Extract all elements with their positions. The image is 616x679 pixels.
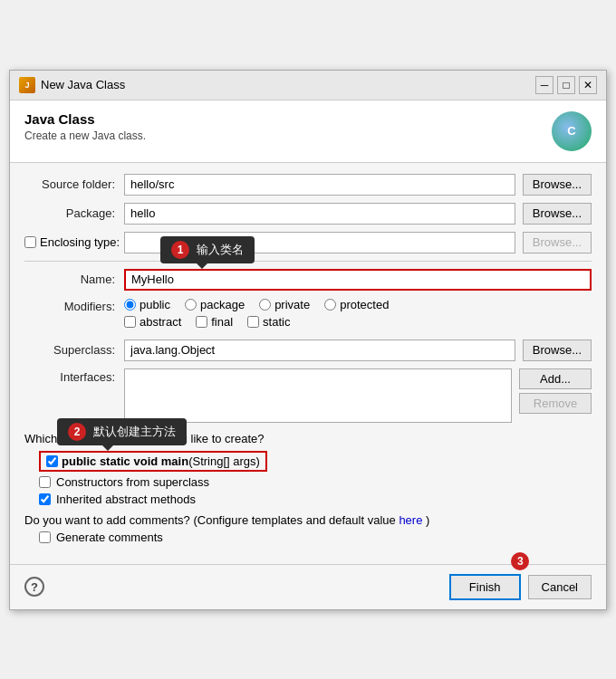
modifier-protected[interactable]: protected: [324, 298, 389, 311]
form-content: Source folder: Browse... Package: Browse…: [10, 163, 606, 564]
modifier-abstract[interactable]: abstract: [124, 315, 181, 329]
source-folder-row: Source folder: Browse...: [24, 174, 592, 196]
main-stub-text: public static void main(String[] args): [62, 454, 260, 468]
constructors-stub-row: Constructors from superclass: [39, 475, 592, 489]
modifier-line-1: public package private protected: [124, 298, 592, 311]
header-subtitle: Create a new Java class.: [24, 129, 146, 142]
title-bar: J New Java Class ─ □ ✕: [10, 71, 606, 100]
inherited-stub-row: Inherited abstract methods: [39, 493, 592, 506]
inherited-stub-checkbox[interactable]: [39, 493, 51, 505]
minimize-button[interactable]: ─: [535, 76, 553, 94]
dialog-title: New Java Class: [41, 78, 125, 91]
header-text: Java Class Create a new Java class.: [24, 111, 146, 142]
modifier-package[interactable]: package: [185, 298, 245, 311]
eclipse-logo: C: [552, 111, 592, 151]
name-label: Name:: [24, 273, 124, 286]
interfaces-label: Interfaces:: [24, 368, 124, 384]
generate-comments-label: Generate comments: [56, 531, 163, 544]
enclosing-checkbox[interactable]: [24, 236, 36, 248]
modifier-public[interactable]: public: [124, 298, 170, 311]
interfaces-buttons: Add... Remove: [519, 368, 592, 414]
footer-right: 3 Finish Cancel: [449, 574, 592, 600]
modifiers-row: Modifiers: public package private: [24, 298, 592, 332]
superclass-browse-button[interactable]: Browse...: [523, 340, 592, 361]
main-stub-row: 2 默认创建主方法 public static void main(String…: [39, 451, 592, 472]
modifiers-group: public package private protected: [124, 298, 592, 332]
header-section: Java Class Create a new Java class. C: [10, 100, 606, 163]
name-input-wrapper: 1 输入类名: [124, 269, 592, 291]
footer: ? 3 Finish Cancel: [10, 564, 606, 609]
inherited-stub-text: Inherited abstract methods: [56, 493, 196, 506]
step3-badge: 3: [511, 552, 529, 570]
finish-button[interactable]: Finish: [449, 574, 521, 600]
modifiers-label: Modifiers:: [24, 298, 124, 313]
interfaces-row: Interfaces: Add... Remove: [24, 368, 592, 423]
stubs-section: Which method stubs would you like to cre…: [24, 432, 592, 506]
enclosing-label-text: Enclosing type:: [40, 235, 120, 249]
maximize-button[interactable]: □: [557, 76, 575, 94]
enclosing-row: Enclosing type: Browse...: [24, 232, 592, 253]
cancel-button[interactable]: Cancel: [528, 575, 592, 599]
step1-badge: 1: [171, 241, 189, 259]
dialog-icon: J: [19, 77, 35, 93]
modifier-final[interactable]: final: [196, 315, 233, 329]
package-label: Package:: [24, 206, 124, 220]
close-button[interactable]: ✕: [579, 76, 597, 94]
superclass-input[interactable]: [124, 340, 515, 361]
modifier-static[interactable]: static: [247, 315, 290, 329]
name-input[interactable]: [124, 269, 592, 291]
stubs-list: 2 默认创建主方法 public static void main(String…: [39, 451, 592, 506]
constructors-stub-text: Constructors from superclass: [56, 475, 209, 489]
source-folder-input[interactable]: [124, 174, 515, 196]
main-stub-checkbox[interactable]: [46, 455, 58, 467]
package-input[interactable]: [124, 203, 515, 225]
source-folder-browse-button[interactable]: Browse...: [523, 174, 592, 196]
comments-section: Do you want to add comments? (Configure …: [24, 513, 592, 544]
source-folder-label: Source folder:: [24, 177, 124, 191]
title-bar-left: J New Java Class: [19, 77, 125, 93]
constructors-stub-checkbox[interactable]: [39, 476, 51, 488]
dialog-window: J New Java Class ─ □ ✕ Java Class Create…: [9, 70, 607, 610]
modifier-private[interactable]: private: [259, 298, 310, 311]
comments-link[interactable]: here: [399, 513, 422, 527]
superclass-row: Superclass: Browse...: [24, 340, 592, 361]
stubs-tooltip: 2 默认创建主方法: [57, 418, 187, 445]
superclass-label: Superclass:: [24, 343, 124, 357]
header-title: Java Class: [24, 111, 146, 127]
window-controls: ─ □ ✕: [535, 76, 597, 94]
enclosing-label-wrapper: Enclosing type:: [24, 235, 124, 249]
interfaces-box[interactable]: [124, 368, 512, 423]
generate-comments-checkbox[interactable]: [39, 531, 51, 543]
interfaces-add-button[interactable]: Add...: [519, 368, 592, 389]
help-icon-button[interactable]: ?: [24, 577, 44, 597]
comments-question: Do you want to add comments? (Configure …: [24, 513, 592, 527]
step2-badge: 2: [68, 423, 86, 441]
name-row: Name: 1 输入类名: [24, 269, 592, 291]
name-tooltip: 1 输入类名: [160, 236, 255, 263]
enclosing-browse-button[interactable]: Browse...: [523, 232, 592, 253]
main-stub-highlight: public static void main(String[] args): [39, 451, 267, 472]
modifier-line-2: abstract final static: [124, 315, 592, 329]
package-browse-button[interactable]: Browse...: [523, 203, 592, 225]
divider1: [24, 261, 592, 262]
interfaces-remove-button[interactable]: Remove: [519, 393, 592, 414]
package-row: Package: Browse...: [24, 203, 592, 225]
generate-comments-row: Generate comments: [39, 531, 592, 544]
name-section: Name: 1 输入类名: [24, 269, 592, 291]
